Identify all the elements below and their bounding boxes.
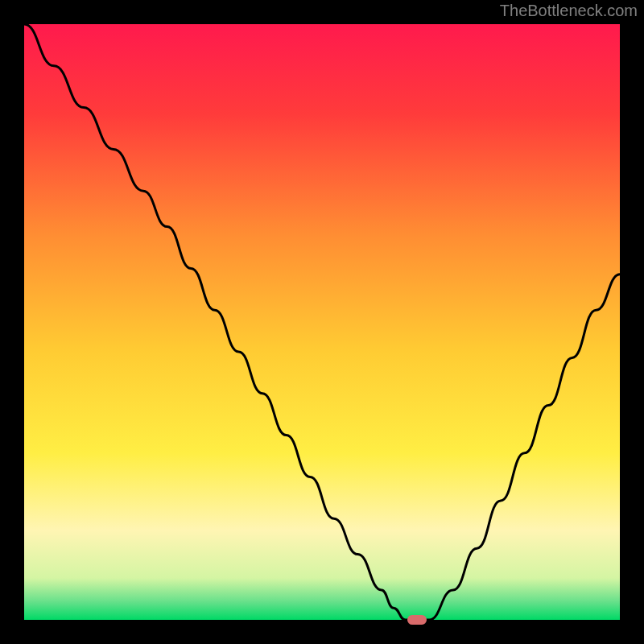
chart-container: TheBottleneck.com	[0, 0, 644, 644]
optimal-marker	[407, 615, 427, 625]
gradient-background	[24, 24, 620, 620]
watermark-text: TheBottleneck.com	[500, 2, 638, 20]
plot-area	[24, 24, 620, 620]
